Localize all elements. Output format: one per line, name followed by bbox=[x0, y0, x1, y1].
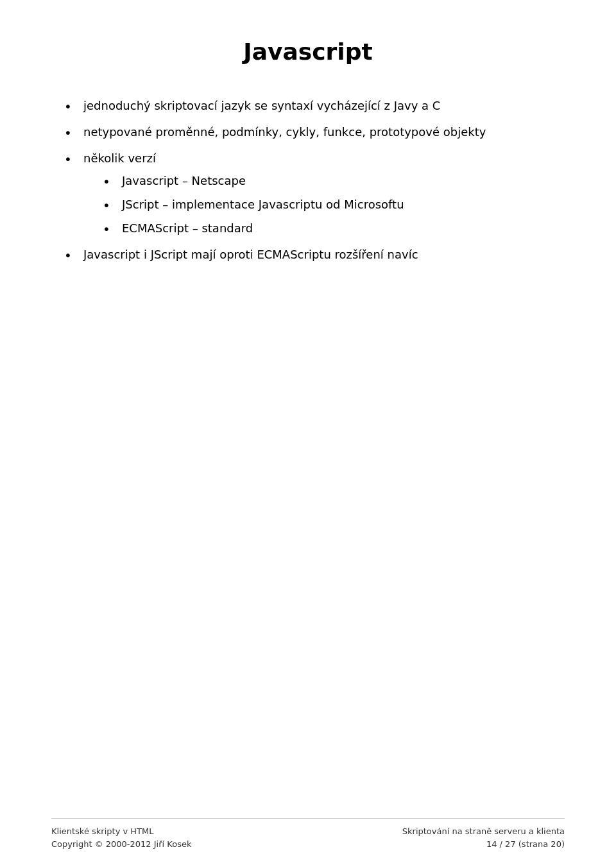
list-item: ECMAScript – standard bbox=[103, 219, 565, 237]
list-item-text: Javascript i JScript mají oproti ECMAScr… bbox=[83, 248, 418, 261]
list-item: Javascript – Netscape bbox=[103, 172, 565, 189]
list-item-text: několik verzí bbox=[83, 151, 156, 165]
footer-right: Skriptování na straně serveru a klienta … bbox=[402, 825, 565, 850]
list-item: jednoduchý skriptovací jazyk se syntaxí … bbox=[64, 97, 565, 114]
page-title: Javascript bbox=[51, 38, 565, 65]
list-item: Javascript i JScript mají oproti ECMAScr… bbox=[64, 246, 565, 263]
list-item: JScript – implementace Javascriptu od Mi… bbox=[103, 196, 565, 213]
list-item: několik verzí Javascript – Netscape JScr… bbox=[64, 150, 565, 237]
footer-right-line1: Skriptování na straně serveru a klienta bbox=[402, 825, 565, 838]
content-area: jednoduchý skriptovací jazyk se syntaxí … bbox=[51, 97, 565, 263]
footer-left-line2: Copyright © 2000-2012 Jiří Kosek bbox=[51, 838, 191, 851]
footer: Klientské skripty v HTML Copyright © 200… bbox=[51, 818, 565, 850]
footer-left-line1: Klientské skripty v HTML bbox=[51, 825, 191, 838]
list-item: netypované proměnné, podmínky, cykly, fu… bbox=[64, 123, 565, 141]
main-bullet-list: jednoduchý skriptovací jazyk se syntaxí … bbox=[64, 97, 565, 263]
sub-bullet-list: Javascript – Netscape JScript – implemen… bbox=[103, 172, 565, 237]
list-item-text: Javascript – Netscape bbox=[122, 174, 246, 187]
page-wrapper: Javascript jednoduchý skriptovací jazyk … bbox=[0, 0, 616, 863]
list-item-text: netypované proměnné, podmínky, cykly, fu… bbox=[83, 125, 486, 139]
footer-left: Klientské skripty v HTML Copyright © 200… bbox=[51, 825, 191, 850]
footer-right-line2: 14 / 27 (strana 20) bbox=[402, 838, 565, 851]
list-item-text: JScript – implementace Javascriptu od Mi… bbox=[122, 198, 404, 211]
list-item-text: ECMAScript – standard bbox=[122, 221, 253, 235]
list-item-text: jednoduchý skriptovací jazyk se syntaxí … bbox=[83, 99, 440, 112]
